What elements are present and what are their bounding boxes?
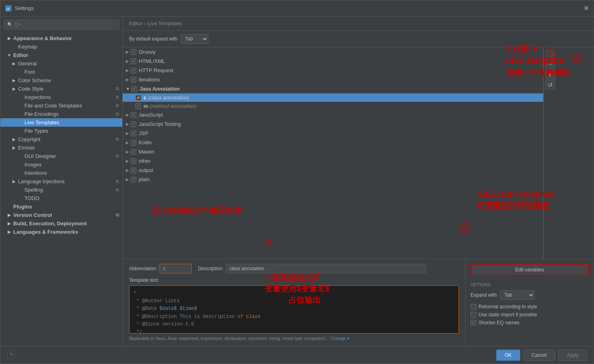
sidebar-item-inspections[interactable]: Inspections ⧉ [0, 93, 122, 101]
sidebar-item-code-style[interactable]: ▶ Code Style ⧉ [0, 85, 122, 93]
static-import-checkbox[interactable] [471, 312, 476, 317]
search-box[interactable]: 🔍 [4, 20, 119, 29]
change-link[interactable]: Change [330, 336, 346, 341]
group-header-output[interactable]: ▶ output [123, 166, 543, 175]
sidebar-item-general[interactable]: ▶ General [0, 59, 122, 68]
group-arrow: ▶ [126, 113, 129, 117]
abbreviation-input[interactable] [160, 264, 192, 273]
group-header-http[interactable]: ▶ HTTP Request [123, 66, 543, 75]
sidebar-item-build-exec[interactable]: ▶ Build, Execution, Deployment [0, 219, 122, 228]
sidebar-item-copyright[interactable]: ▶ Copyright ⧉ [0, 135, 122, 144]
group-checkbox[interactable] [131, 158, 136, 164]
group-header-jsp[interactable]: ▶ JSP [123, 129, 543, 138]
remove-template-button[interactable]: − [546, 59, 555, 69]
template-item-c-annotation[interactable]: c (class annotation) [123, 93, 543, 102]
sidebar-item-appearance[interactable]: ▶ Appearance & Behavior [0, 34, 122, 42]
group-checkbox[interactable] [131, 121, 136, 127]
group-header-java-annotation[interactable]: ▼ Java Annotation [123, 84, 543, 93]
sidebar-item-color-scheme[interactable]: ▶ Color Scheme [0, 76, 122, 85]
group-label: JavaScript [139, 112, 163, 118]
copy-template-button[interactable]: ⧉ [546, 70, 555, 79]
shorten-eq-checkbox[interactable] [471, 320, 476, 326]
close-button[interactable]: ✕ [584, 4, 589, 12]
group-arrow: ▶ [126, 77, 129, 82]
sidebar-item-spelling[interactable]: Spelling ⧉ [0, 186, 122, 194]
sidebar-item-file-encodings[interactable]: File Encodings ⧉ [0, 110, 122, 118]
search-input[interactable] [14, 22, 115, 27]
arrow-icon: ▶ [7, 36, 12, 41]
template-item-m-annotation[interactable]: m (method annotation) [123, 102, 543, 110]
arrow-icon: ▶ [12, 137, 16, 142]
group-header-maven[interactable]: ▶ Maven [123, 147, 543, 156]
reformat-checkbox[interactable] [471, 304, 476, 309]
sidebar-item-todo[interactable]: TODO [0, 194, 122, 202]
sidebar-item-plugins[interactable]: Plugins [0, 202, 122, 211]
sidebar-item-intentions[interactable]: Intentions [0, 169, 122, 177]
sidebar-item-label: Emmet [18, 145, 119, 151]
sidebar-item-label: Languages & Frameworks [13, 229, 119, 235]
arrow-icon [18, 103, 23, 108]
arrow-icon [18, 129, 23, 133]
copy-icon: ⧉ [116, 111, 119, 117]
group-checkbox[interactable] [131, 131, 136, 136]
sidebar-item-editor[interactable]: ▼ Editor [0, 51, 122, 59]
ok-button[interactable]: OK [496, 350, 520, 361]
help-button[interactable]: ? [7, 351, 16, 360]
item-checkbox[interactable] [135, 95, 141, 101]
apply-button[interactable]: Apply [558, 350, 587, 361]
sidebar-item-gui-designer[interactable]: GUI Designer ⧉ [0, 152, 122, 160]
sidebar-item-keymap[interactable]: Keymap [0, 42, 122, 51]
group-checkbox[interactable] [131, 59, 136, 64]
options-section-label: Options [471, 282, 589, 287]
item-checkbox[interactable] [135, 103, 141, 109]
expand-select[interactable]: Tab Enter Space [181, 34, 208, 44]
group-checkbox[interactable] [131, 177, 136, 182]
sidebar-item-language-injections[interactable]: ▶ Language Injections ⧉ [0, 177, 122, 186]
group-header-kotlin[interactable]: ▶ Kotlin [123, 138, 543, 147]
group-checkbox[interactable] [131, 112, 136, 118]
group-header-js[interactable]: ▶ JavaScript [123, 110, 543, 119]
sidebar-item-emmet[interactable]: ▶ Emmet [0, 144, 122, 152]
sidebar-item-font[interactable]: Font [0, 68, 122, 76]
group-header-html[interactable]: ▶ HTML/XML [123, 57, 543, 66]
cancel-button[interactable]: Cancel [523, 350, 555, 361]
sidebar-item-live-templates[interactable]: Live Templates [0, 118, 122, 127]
main-panel: Editor › Live Templates By default expan… [123, 16, 594, 346]
arrow-icon: ▶ [12, 146, 16, 150]
template-group-groovy: ▶ Groovy [123, 47, 543, 57]
template-group-kotlin: ▶ Kotlin [123, 138, 543, 147]
group-checkbox[interactable] [131, 149, 136, 155]
add-template-button[interactable]: + [546, 49, 555, 59]
group-header-iterations[interactable]: ▶ iterations [123, 75, 543, 84]
sidebar-item-file-code-templates[interactable]: File and Code Templates ⧉ [0, 101, 122, 110]
description-input[interactable] [226, 264, 426, 273]
sidebar-item-file-types[interactable]: File Types [0, 127, 122, 135]
sidebar-item-languages[interactable]: ▶ Languages & Frameworks [0, 228, 122, 236]
group-header-other[interactable]: ▶ other [123, 156, 543, 166]
group-header-groovy[interactable]: ▶ Groovy [123, 47, 543, 57]
code-line-1: * [133, 290, 455, 297]
expand-with-select[interactable]: Tab Enter Space [500, 290, 535, 300]
breadcrumb-separator: › [144, 20, 147, 26]
reset-template-button[interactable]: ↺ [546, 80, 555, 90]
sidebar-item-version-control[interactable]: ▶ Version Control ⧉ [0, 211, 122, 219]
breadcrumb-current: Live Templates [147, 20, 182, 26]
template-code-area[interactable]: * * @Author Lints * @Date $date$ $time$ … [129, 285, 459, 334]
group-header-plain[interactable]: ▶ plain [123, 175, 543, 184]
group-header-js-testing[interactable]: ▶ JavaScript Testing [123, 119, 543, 129]
arrow-icon [18, 188, 23, 192]
template-group-js-testing: ▶ JavaScript Testing [123, 119, 543, 129]
group-label: Kotlin [139, 140, 152, 146]
group-checkbox[interactable] [131, 68, 136, 73]
group-checkbox[interactable] [131, 168, 136, 173]
template-group-jsp: ▶ JSP [123, 129, 543, 138]
sidebar-item-label: General [18, 61, 119, 67]
sidebar-item-images[interactable]: Images [0, 160, 122, 169]
group-checkbox[interactable] [131, 86, 137, 92]
code-line-3: * @Date $date$ $time$ [133, 305, 455, 313]
sidebar: 🔍 ▶ Appearance & Behavior Keymap ▼ Edito… [0, 16, 123, 346]
group-checkbox[interactable] [131, 49, 136, 55]
group-checkbox[interactable] [131, 77, 136, 83]
edit-variables-button[interactable]: Edit variables [471, 264, 589, 276]
group-checkbox[interactable] [131, 140, 136, 146]
